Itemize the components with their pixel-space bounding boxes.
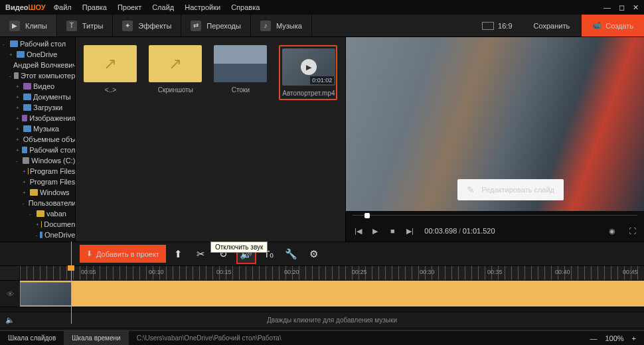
transitions-icon: ⇄ (191, 21, 201, 31)
track-separator (0, 307, 644, 312)
thumbnail-folder[interactable]: <..> (84, 45, 137, 94)
tooltip: Отключить звук (210, 242, 268, 253)
tree-node[interactable]: -Рабочий стол (0, 38, 75, 49)
play-button[interactable]: ▶ (370, 226, 380, 236)
menu-help[interactable]: Справка (231, 3, 260, 11)
menu-file[interactable]: Файл (54, 3, 72, 11)
ruler-label: 00:45 (623, 269, 638, 275)
slides-scale-button[interactable]: Шкала слайдов (0, 331, 64, 345)
tree-node[interactable]: +Видео (0, 81, 75, 92)
tree-node[interactable]: +Windows (0, 187, 75, 198)
ruler-label: 00:25 (352, 269, 367, 275)
eye-icon[interactable]: 👁 (0, 281, 20, 307)
video-clip[interactable] (20, 282, 72, 306)
seek-handle[interactable] (364, 213, 370, 218)
thumbnail-photo[interactable]: Стоки (214, 45, 267, 94)
tree-node[interactable]: +Объемные объект (0, 134, 75, 145)
aspect-icon (482, 22, 494, 30)
music-icon: ♪ (260, 21, 271, 31)
tab-transitions[interactable]: ⇄Переходы (181, 15, 251, 36)
tab-effects[interactable]: ✦Эффекты (113, 15, 181, 36)
tree-node[interactable]: +Рабочий стол (0, 145, 75, 155)
titles-icon: T (66, 21, 77, 31)
zoom-controls: — 100% + (582, 334, 644, 342)
tree-node[interactable]: +Музыка (0, 123, 75, 134)
playhead-line[interactable] (71, 242, 72, 324)
preview-panel: ✎Редактировать слайд |◀ ▶ ■ ▶| 00:03.698… (345, 37, 644, 242)
tree-node[interactable]: +Program Files (x (0, 176, 75, 187)
file-browser: <..>СкриншотыСтоки▶0:01:02Автопортрет.mp… (76, 37, 345, 242)
camera-icon: 📹 (592, 21, 602, 30)
video-track[interactable]: 👁 (0, 281, 644, 307)
download-icon: ⬇ (86, 249, 92, 258)
ruler-label: 00:40 (555, 269, 570, 275)
playback-controls: |◀ ▶ ■ ▶| 00:03.698 / 01:01.520 ◉ ⛶ (346, 220, 644, 242)
tab-bar: ▶Клипы TТитры ✦Эффекты ⇄Переходы ♪Музыка… (0, 15, 644, 37)
app-logo: ВидеоШОУ (5, 3, 46, 12)
tree-node[interactable]: -Windows (C:) (0, 155, 75, 166)
thumbnail-video[interactable]: ▶0:01:02Автопортрет.mp4 (279, 45, 337, 100)
maximize-button[interactable]: ◻ (619, 3, 625, 12)
prev-button[interactable]: |◀ (353, 226, 363, 236)
tab-music[interactable]: ♪Музыка (251, 15, 312, 36)
clips-icon: ▶ (9, 21, 20, 31)
aspect-ratio[interactable]: 16:9 (473, 22, 521, 30)
cut-button[interactable]: ✂ (191, 244, 211, 264)
ruler-label: 00:15 (216, 269, 232, 275)
titlebar: ВидеоШОУ Файл Правка Проект Слайд Настро… (0, 0, 644, 15)
fullscreen-button[interactable]: ⛶ (627, 226, 637, 236)
effects-icon: ✦ (122, 21, 133, 31)
tree-node[interactable]: -vaban (0, 208, 75, 219)
minimize-button[interactable]: — (604, 3, 611, 12)
tree-node[interactable]: Андрей Волчкевич (0, 60, 75, 70)
tree-node[interactable]: -Этот компьютер (0, 70, 75, 81)
stop-button[interactable]: ■ (387, 226, 398, 236)
time-scale-button[interactable]: Шкала времени (64, 331, 128, 345)
menu-project[interactable]: Проект (118, 3, 141, 11)
tree-node[interactable]: +Program Files (0, 166, 75, 176)
menu-settings[interactable]: Настройки (185, 3, 220, 11)
tree-node[interactable]: +Загрузки (0, 102, 75, 113)
ruler-label: 00:10 (149, 269, 164, 275)
audio-track[interactable]: 🔈 Дважды кликните для добавления музыки (0, 312, 644, 328)
tree-node[interactable]: +Вложе (0, 240, 75, 242)
seek-bar[interactable] (346, 211, 644, 220)
path-display: C:\Users\vaban\OneDrive\Рабочий стол\Раб… (129, 334, 289, 342)
tree-node[interactable]: +Изображения (0, 113, 75, 123)
speaker-icon[interactable]: 🔈 (0, 312, 20, 328)
thumbnail-folder[interactable]: Скриншоты (149, 45, 202, 94)
home-button[interactable]: ⬆ (169, 244, 189, 264)
tree-node[interactable]: -OneDrive (0, 230, 75, 240)
snapshot-button[interactable]: ◉ (607, 226, 617, 236)
add-to-project-button[interactable]: ⬇Добавить в проект (80, 245, 166, 263)
zoom-level: 100% (605, 334, 623, 342)
create-button[interactable]: 📹Создать (582, 15, 644, 36)
pencil-icon: ✎ (467, 184, 475, 195)
main-menu: Файл Правка Проект Слайд Настройки Справ… (54, 3, 260, 11)
file-tree: -Рабочий стол+OneDriveАндрей Волчкевич-Э… (0, 37, 76, 242)
edit-slide-button[interactable]: ✎Редактировать слайд (457, 179, 564, 200)
tab-clips[interactable]: ▶Клипы (0, 15, 57, 36)
menu-edit[interactable]: Правка (82, 3, 107, 11)
time-display: 00:03.698 / 01:01.520 (424, 227, 495, 235)
ruler-label: 00:35 (487, 269, 503, 275)
tree-node[interactable]: +OneDrive (0, 49, 75, 60)
window-controls: — ◻ ✕ (604, 3, 639, 12)
tree-node[interactable]: +Documen (0, 219, 75, 230)
menu-slide[interactable]: Слайд (152, 3, 174, 11)
tools-button[interactable]: 🔧 (282, 244, 301, 264)
ruler-label: 00:30 (420, 269, 435, 275)
close-button[interactable]: ✕ (633, 3, 639, 12)
settings-button[interactable]: ⚙ (304, 244, 324, 264)
time-ruler[interactable]: 00:0500:1000:1500:2000:2500:3000:3500:40… (0, 266, 644, 281)
ruler-label: 00:05 (81, 269, 96, 275)
tab-titles[interactable]: TТитры (57, 15, 113, 36)
tree-node[interactable]: -Пользователи (0, 198, 75, 208)
zoom-out-button[interactable]: — (590, 334, 597, 342)
zoom-in-button[interactable]: + (632, 334, 636, 342)
save-button[interactable]: Сохранить (522, 15, 582, 36)
video-preview[interactable]: ✎Редактировать слайд (346, 37, 644, 211)
tree-node[interactable]: +Документы (0, 92, 75, 102)
toolbar: ⬇Добавить в проект ⬆ ✂ ↻ 🔊 T₀ 🔧 ⚙ (0, 242, 644, 265)
next-button[interactable]: ▶| (404, 226, 415, 236)
